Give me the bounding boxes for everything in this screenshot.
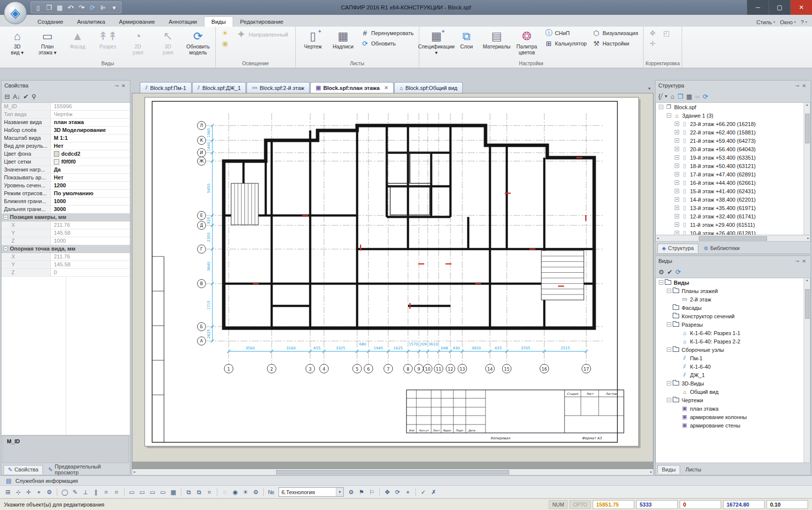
refresh-sheets-button[interactable]: ⟳Обновить <box>359 39 416 48</box>
property-row[interactable]: Уровень сечен...1200 <box>1 182 130 190</box>
views-item[interactable]: ⫽К-1-6-40 <box>656 362 810 371</box>
flag-off-icon[interactable]: ⚐ <box>367 487 377 497</box>
search-icon[interactable]: ⚲ <box>32 93 37 100</box>
menu-Стиль[interactable]: Стиль▾ <box>756 19 775 25</box>
toggle-орто[interactable]: ОРТО <box>569 500 591 509</box>
expander-icon[interactable]: + <box>675 231 679 235</box>
property-row[interactable]: Значения нагр...Да <box>1 166 130 174</box>
tab-библиотеки[interactable]: ⊜Библиотеки <box>699 244 744 253</box>
views-item[interactable]: ▣армирование колонны <box>656 413 810 421</box>
minimize-button[interactable]: ─ <box>747 0 769 15</box>
view-settings-icon[interactable]: ⚙ <box>658 268 664 276</box>
menu-Окно[interactable]: Окно▾ <box>780 19 796 25</box>
tab-предварительный-просмотр[interactable]: ✎Предварительный просмотр <box>44 462 128 477</box>
views-item[interactable]: −Сборочные узлы <box>656 345 810 354</box>
grid-13b-icon[interactable]: ⌗ <box>112 487 122 497</box>
specifications-button[interactable]: ▦+Спецификации ▾ <box>422 28 451 61</box>
sheet-3-icon[interactable]: ▭ <box>148 487 158 497</box>
views-item[interactable]: −Виды <box>656 278 810 287</box>
open-file-icon[interactable]: ❐ <box>44 2 54 12</box>
expander-icon[interactable]: + <box>675 172 679 176</box>
property-row[interactable]: Z1000 <box>1 237 130 245</box>
structure-item[interactable]: +▯21-й этаж +59.400 (64273) <box>656 136 810 145</box>
structure-item[interactable]: +▯16-й этаж +44.400 (62661) <box>656 178 810 187</box>
property-value[interactable]: 211.76 <box>51 221 130 229</box>
close-button[interactable]: ✕ <box>790 0 812 15</box>
collapse-icon[interactable]: − <box>3 247 8 251</box>
building-update-icon[interactable]: ❐ <box>678 93 684 100</box>
flag-on-icon[interactable]: ⚑ <box>357 487 366 497</box>
property-row[interactable]: X211.76 <box>1 221 130 229</box>
property-value[interactable]: 1200 <box>51 182 130 189</box>
property-row[interactable]: X211.76 <box>1 253 130 261</box>
views-item[interactable]: −Разрезы <box>656 320 810 329</box>
expander-icon[interactable]: + <box>675 197 679 202</box>
visualization-button[interactable]: ⬡Визуализация <box>590 28 640 38</box>
property-value[interactable]: 1000 <box>51 237 130 245</box>
layer-up-icon[interactable]: ⧉ <box>184 487 194 497</box>
numbering-icon[interactable]: № <box>266 487 276 497</box>
apply-icon[interactable]: ✔ <box>23 93 29 100</box>
scroll-thumb[interactable] <box>805 114 810 143</box>
maximize-button[interactable]: ▢ <box>769 0 790 15</box>
scroll-up-icon[interactable]: ▴ <box>806 278 808 282</box>
circle-tool-icon[interactable]: ◯ <box>60 487 70 497</box>
hatch-icon[interactable]: ⌗ <box>204 487 214 497</box>
property-value[interactable]: 145.58 <box>51 229 130 237</box>
toggle-num[interactable]: NUM <box>549 500 568 509</box>
light-off-icon[interactable]: ◌ <box>220 487 230 497</box>
snap-node-icon[interactable]: ✛ <box>24 487 34 497</box>
views-item[interactable]: ⫽ДЖ_1 <box>656 371 810 379</box>
sheet-labels-button[interactable]: ▦Надписи <box>329 28 358 61</box>
expander-icon[interactable]: − <box>667 322 671 327</box>
structure-item[interactable]: +▯12-й этаж +32.400 (61741) <box>656 212 810 220</box>
close-tab-icon[interactable]: ✕ <box>384 85 388 90</box>
property-value[interactable]: Чертёж <box>51 111 130 118</box>
property-value[interactable]: f0f0f0 <box>51 158 130 166</box>
expander-icon[interactable]: + <box>675 122 679 126</box>
property-row[interactable]: Тип видаЧертёж <box>1 111 130 119</box>
snip-button[interactable]: ⓘСНиП <box>543 28 589 38</box>
sheet-1-icon[interactable]: ▭ <box>127 487 137 497</box>
property-row[interactable]: Ближняя грани...1000 <box>1 198 130 206</box>
expander-icon[interactable]: − <box>667 347 671 352</box>
layers-button[interactable]: ⧉Слои <box>452 28 481 61</box>
parallel-icon[interactable]: ∥ <box>91 487 101 497</box>
views-v-scrollbar[interactable]: ▴ <box>804 278 810 463</box>
structure-item[interactable]: +▯18-й этаж +50.400 (63121) <box>656 162 810 170</box>
views-item[interactable]: −Планы этажей <box>656 287 810 295</box>
structure-item[interactable]: +▯22-й этаж +62.400 (15881) <box>656 128 810 136</box>
tab-2-etazh[interactable]: ▭Block.spf:2-й этаж <box>246 82 310 93</box>
scroll-up-icon[interactable]: ▴ <box>806 103 808 107</box>
property-row[interactable]: Z0 <box>1 269 130 277</box>
refresh-icon[interactable]: ⟳ <box>676 268 681 276</box>
chevron-down-icon[interactable]: ▾ <box>336 488 343 496</box>
expander-icon[interactable]: + <box>675 214 679 218</box>
property-value[interactable]: Да <box>51 166 130 173</box>
bulb-light-button[interactable]: ◉ <box>219 39 231 48</box>
undo-icon[interactable]: ↶▾ <box>66 2 76 12</box>
property-value[interactable]: план этажа <box>51 119 130 126</box>
sheet-2-icon[interactable]: ▭ <box>137 487 147 497</box>
tab-листы[interactable]: Листы <box>681 465 706 474</box>
ambient-light-button[interactable]: ☀ <box>219 28 231 38</box>
light-on-icon[interactable]: ◉ <box>230 487 240 497</box>
expander-icon[interactable]: − <box>667 289 671 293</box>
refresh-icon[interactable]: ⟳ <box>703 93 708 100</box>
expander-icon[interactable]: + <box>675 130 679 134</box>
add-grid-icon[interactable]: ▦ <box>686 93 692 100</box>
scroll-thumb[interactable] <box>805 289 810 319</box>
property-row[interactable]: Y145.58 <box>1 261 130 269</box>
views-item[interactable]: ▭2-й этаж <box>656 295 810 303</box>
structure-item[interactable]: +▯13-й этаж +35.400 (61971) <box>656 204 810 212</box>
structure-item[interactable]: +▯15-й этаж +41.400 (62431) <box>656 187 810 195</box>
property-row[interactable]: Масштаб видаМ 1:1 <box>1 134 130 142</box>
property-value[interactable]: Нет <box>51 142 130 150</box>
ribbon-tab-аннотации[interactable]: Аннотации <box>162 17 204 27</box>
property-row[interactable]: Набор слоёв3D Моделирование <box>1 127 130 134</box>
expander-icon[interactable]: + <box>675 180 679 185</box>
close-icon[interactable]: ✕ <box>120 83 127 88</box>
structure-item[interactable]: +▯20-й этаж +56.400 (64043) <box>656 145 810 153</box>
structure-item[interactable]: −⌂Здание 1 (3) <box>656 111 810 120</box>
expander-icon[interactable]: + <box>675 164 679 168</box>
